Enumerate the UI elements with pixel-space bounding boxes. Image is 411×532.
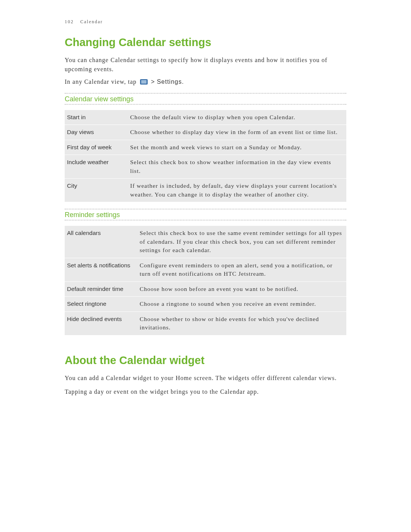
header-section-name: Calendar [80,19,103,24]
setting-desc: Choose how soon before an event you want… [137,281,346,296]
svg-rect-3 [141,83,147,83]
setting-term: Day views [65,125,128,140]
setting-term: Select ringtone [65,297,137,312]
setting-desc: Configure event reminders to open an ale… [137,258,346,281]
widget-paragraph-1: You can add a Calendar widget to your Ho… [65,374,346,383]
table-row: City If weather is included, by default,… [65,179,346,202]
setting-term: Include weather [65,155,128,179]
tap-prefix: In any Calendar view, tap [65,78,137,85]
setting-desc: Select this check box to show weather in… [128,155,346,179]
setting-term: All calendars [65,226,137,258]
greater-than: > [151,78,155,85]
setting-desc: Choose whether to show or hide events fo… [137,312,346,335]
setting-term: City [65,179,128,202]
document-page: 102 Calendar Changing Calendar settings … [0,0,411,424]
setting-desc: Set the month and week views to start on… [128,140,346,155]
h1-changing-calendar-settings: Changing Calendar settings [65,36,346,49]
subsection-title-view: Calendar view settings [65,95,136,103]
table-row: Default reminder time Choose how soon be… [65,281,346,296]
intro-paragraph: You can change Calendar settings to spec… [65,56,346,74]
table-row: Select ringtone Choose a ringtone to sou… [65,297,346,312]
table-row: Include weather Select this check box to… [65,155,346,179]
setting-desc: Choose the default view to display when … [128,110,346,125]
page-number: 102 [65,19,74,24]
setting-desc: Choose whether to display day view in th… [128,125,346,140]
table-reminder-settings: All calendars Select this check box to u… [65,226,346,335]
menu-icon [140,79,148,85]
settings-label: Settings. [157,78,184,85]
setting-desc: Select this check box to use the same ev… [137,226,346,258]
setting-term: Set alerts & notifications [65,258,137,281]
setting-term: Hide declined events [65,312,137,335]
subsection-header-view: Calendar view settings [65,93,346,105]
table-row: Day views Choose whether to display day … [65,125,346,140]
setting-term: Default reminder time [65,281,137,296]
widget-paragraph-2: Tapping a day or event on the widget bri… [65,387,346,396]
svg-rect-1 [141,80,147,81]
setting-desc: If weather is included, by default, day … [128,179,346,202]
table-row: Set alerts & notifications Configure eve… [65,258,346,281]
setting-term: Start in [65,110,128,125]
table-calendar-view-settings: Start in Choose the default view to disp… [65,110,346,202]
svg-rect-2 [141,81,147,82]
table-row: Start in Choose the default view to disp… [65,110,346,125]
table-row: First day of week Set the month and week… [65,140,346,155]
subsection-title-reminder: Reminder settings [65,211,122,219]
running-header: 102 Calendar [65,19,346,25]
subsection-header-reminder: Reminder settings [65,209,346,220]
table-row: All calendars Select this check box to u… [65,226,346,258]
setting-desc: Choose a ringtone to sound when you rece… [137,297,346,312]
h1-about-calendar-widget: About the Calendar widget [65,354,346,367]
tap-instruction: In any Calendar view, tap > Settings. [65,78,346,85]
setting-term: First day of week [65,140,128,155]
table-row: Hide declined events Choose whether to s… [65,312,346,335]
